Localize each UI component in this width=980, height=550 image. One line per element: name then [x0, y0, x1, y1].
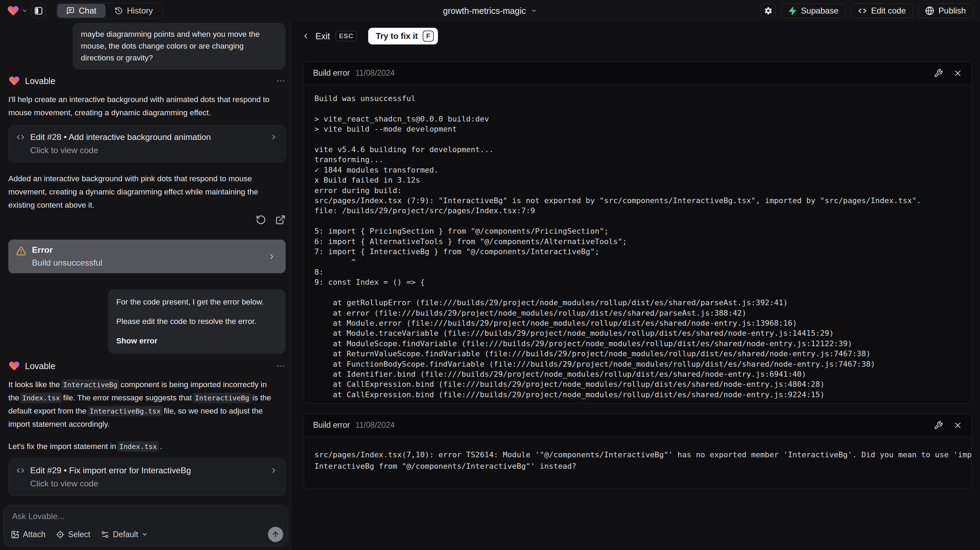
chat-message-list[interactable]: maybe diagramming points and when you mo…: [0, 22, 290, 502]
tab-chat-label: Chat: [79, 6, 97, 16]
sidebar-toggle-button[interactable]: [31, 3, 46, 18]
error-banner-subtitle: Build unsuccessful: [32, 258, 267, 268]
message-actions: [8, 215, 286, 225]
user-message-line: Please edit the code to resolve the erro…: [116, 316, 277, 327]
chat-bubble-icon: [66, 6, 75, 15]
panel-left-icon: [34, 6, 43, 15]
edit-code-button[interactable]: Edit code: [851, 3, 913, 18]
console-output: src/pages/Index.tsx(7,10): error TS2614:…: [314, 449, 961, 472]
inline-code: InteractiveBg: [193, 393, 251, 403]
close-icon[interactable]: [953, 69, 962, 78]
edit-code-label: Edit code: [871, 6, 906, 16]
wrench-icon[interactable]: [934, 421, 943, 430]
message-more-button[interactable]: [276, 361, 286, 371]
code-brackets-icon: [16, 466, 25, 475]
chat-input[interactable]: [12, 512, 280, 521]
edit-card-28[interactable]: Edit #28 • Add interactive background an…: [8, 125, 286, 163]
history-icon: [115, 6, 123, 15]
assistant-fix-statement: Let's fix the import statement inIndex.t…: [8, 440, 286, 453]
lovable-logo-menu[interactable]: [7, 5, 28, 17]
arrow-up-icon: [271, 530, 280, 539]
error-banner-title: Error: [32, 245, 267, 255]
build-error-card-2: Build error 11/08/2024 src/pages/Index.t…: [304, 414, 972, 489]
build-error-log[interactable]: src/pages/Index.tsx(7,10): error TS2614:…: [304, 437, 971, 472]
try-to-fix-label: Try to fix it: [376, 31, 418, 41]
user-message-line: For the code present, I get the error be…: [116, 296, 277, 308]
project-switcher[interactable]: growth-metrics-magic: [443, 6, 537, 16]
chevron-right-icon: [267, 252, 278, 261]
edit-card-29[interactable]: Edit #29 • Fix import error for Interact…: [8, 458, 286, 496]
build-error-date: 11/08/2024: [355, 69, 395, 78]
build-error-card-1: Build error 11/08/2024 Build was unsucce…: [304, 62, 972, 403]
code-brackets-icon: [16, 133, 25, 141]
select-label: Select: [68, 530, 90, 539]
lovable-heart-icon: [8, 75, 20, 87]
supabase-button[interactable]: Supabase: [780, 3, 846, 18]
tab-chat[interactable]: Chat: [57, 4, 105, 18]
chevron-left-icon[interactable]: [302, 32, 310, 40]
inline-code: InteractiveBg: [61, 379, 120, 390]
build-error-title: Build error: [313, 69, 350, 78]
attach-button[interactable]: Attach: [11, 530, 45, 539]
publish-label: Publish: [939, 6, 966, 16]
inline-code: Index.tsx: [117, 441, 159, 452]
send-button[interactable]: [268, 527, 283, 542]
chevron-right-icon: [270, 467, 278, 474]
chevron-down-icon: [142, 531, 148, 537]
assistant-intro-text: I'll help create an interactive backgrou…: [8, 93, 286, 120]
tab-history[interactable]: History: [105, 4, 162, 18]
edit-card-title: Edit #28 • Add interactive background an…: [30, 132, 211, 142]
build-error-banner[interactable]: Error Build unsuccessful: [8, 239, 286, 273]
image-plus-icon: [11, 530, 19, 539]
build-error-card-header: Build error 11/08/2024: [304, 62, 971, 84]
esc-key-badge: ESC: [336, 31, 357, 41]
exit-button[interactable]: Exit: [315, 31, 330, 41]
restore-icon[interactable]: [256, 215, 266, 225]
top-bar: Chat History growth-metrics-magic: [0, 0, 980, 22]
error-overlay-panel: Exit ESC Try to fix it F Build error 11/…: [291, 22, 980, 550]
close-icon[interactable]: [953, 421, 962, 430]
open-external-icon[interactable]: [275, 215, 286, 225]
mode-selector[interactable]: Default: [101, 530, 148, 539]
supabase-label: Supabase: [801, 6, 838, 16]
mode-label: Default: [113, 530, 138, 539]
console-output: Build was unsuccessful > vite_react_shad…: [314, 93, 961, 400]
error-overlay-header: Exit ESC Try to fix it F: [302, 28, 438, 45]
chevron-right-icon: [270, 133, 278, 141]
project-name: growth-metrics-magic: [443, 6, 526, 16]
lovable-app: Chat History growth-metrics-magic: [0, 0, 980, 550]
chevron-down-icon: [22, 8, 28, 14]
assistant-explanation: It looks like theInteractiveBgcomponent …: [8, 378, 286, 431]
inline-code: InteractiveBg.tsx: [88, 406, 163, 416]
assistant-header: Lovable: [8, 360, 286, 372]
edit-card-subtitle: Click to view code: [30, 145, 278, 155]
try-to-fix-button[interactable]: Try to fix it F: [368, 28, 438, 45]
select-element-button[interactable]: Select: [56, 530, 90, 539]
user-message-text: maybe diagramming points and when you mo…: [81, 29, 277, 64]
edit-card-subtitle: Click to view code: [30, 479, 278, 489]
settings-button[interactable]: [761, 3, 776, 18]
tab-history-label: History: [127, 6, 153, 16]
assistant-header: Lovable: [8, 75, 286, 87]
gear-icon: [764, 6, 773, 15]
show-error-link[interactable]: Show error: [116, 335, 277, 347]
attach-label: Attach: [23, 530, 45, 539]
globe-icon: [925, 6, 934, 15]
publish-button[interactable]: Publish: [918, 3, 973, 18]
lovable-heart-icon: [7, 5, 19, 17]
assistant-name: Lovable: [25, 76, 56, 86]
f-key-badge: F: [423, 30, 434, 41]
user-message: maybe diagramming points and when you mo…: [73, 23, 286, 69]
build-error-log[interactable]: Build was unsuccessful > vite_react_shad…: [304, 84, 971, 400]
assistant-name: Lovable: [25, 361, 56, 371]
edit-card-title: Edit #29 • Fix import error for Interact…: [30, 466, 191, 475]
chevron-down-icon: [531, 8, 537, 14]
message-more-button[interactable]: [276, 76, 286, 86]
inline-code: Index.tsx: [20, 393, 62, 403]
code-brackets-icon: [858, 6, 867, 15]
wrench-icon[interactable]: [934, 69, 943, 78]
build-error-card-header: Build error 11/08/2024: [304, 414, 971, 437]
build-error-date: 11/08/2024: [355, 421, 395, 430]
user-message: For the code present, I get the error be…: [108, 289, 286, 354]
chat-history-tabs: Chat History: [56, 3, 163, 19]
